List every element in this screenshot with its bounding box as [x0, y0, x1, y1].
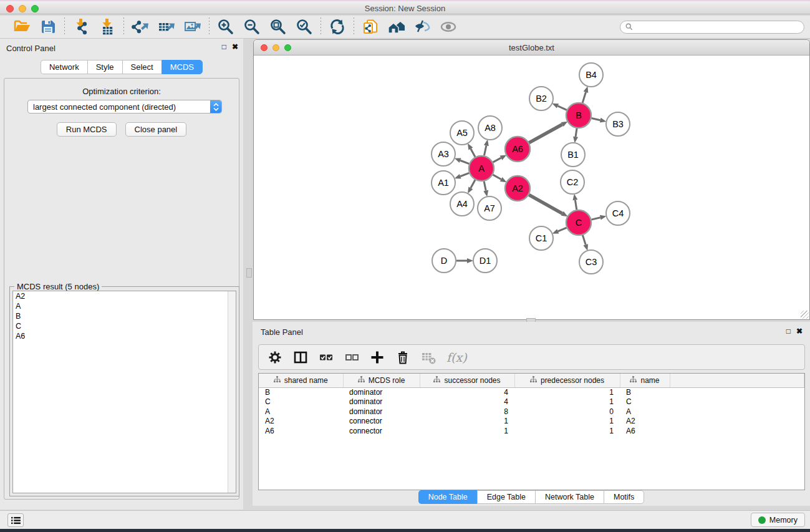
edge-A-A5[interactable] — [471, 148, 475, 157]
task-history-button[interactable] — [7, 513, 24, 527]
node-A7[interactable]: A7 — [478, 196, 501, 220]
select-all-icon[interactable] — [319, 349, 334, 365]
edge-A-A6[interactable] — [493, 158, 501, 162]
import-table-icon[interactable] — [98, 17, 117, 36]
edge-C-C2[interactable] — [575, 200, 576, 210]
float-table-panel-icon[interactable]: □ — [786, 327, 791, 335]
node-A8[interactable]: A8 — [478, 116, 502, 140]
node-B1[interactable]: B1 — [561, 143, 585, 167]
node-B[interactable]: B — [566, 103, 591, 128]
import-network-icon[interactable] — [72, 17, 90, 36]
export-network-icon[interactable] — [131, 17, 150, 36]
mcds-result-item[interactable]: A2 — [13, 291, 236, 301]
edge-B-B3[interactable] — [591, 118, 600, 120]
edge-C-C1[interactable] — [558, 228, 567, 231]
table-tab-motifs[interactable]: Motifs — [604, 490, 644, 504]
tab-mcds[interactable]: MCDS — [162, 60, 203, 74]
export-image-icon[interactable] — [183, 17, 202, 36]
edge-C-C3[interactable] — [582, 235, 586, 244]
tab-select[interactable]: Select — [122, 60, 162, 74]
mcds-result-item[interactable]: A6 — [13, 331, 236, 341]
edge-A-A8[interactable] — [484, 145, 486, 155]
edge-C-C4[interactable] — [591, 218, 600, 220]
columns-icon[interactable] — [293, 349, 308, 365]
edge-A-A1[interactable] — [460, 173, 469, 176]
float-panel-icon[interactable]: □ — [222, 43, 226, 51]
edge-B-B2[interactable] — [557, 106, 566, 110]
vertical-splitter-grip[interactable] — [246, 268, 252, 278]
first-neighbors-icon[interactable] — [387, 17, 406, 36]
scrollbar-track[interactable] — [228, 291, 236, 493]
mcds-result-list[interactable]: A2ABCA6 — [12, 291, 236, 493]
column-header-shared-name[interactable]: shared name — [259, 374, 343, 387]
node-A6[interactable]: A6 — [505, 137, 530, 162]
table-tab-network-table[interactable]: Network Table — [535, 490, 604, 504]
node-A3[interactable]: A3 — [432, 142, 455, 166]
close-table-panel-icon[interactable]: ✖ — [796, 327, 803, 335]
tab-network[interactable]: Network — [41, 60, 87, 74]
node-D1[interactable]: D1 — [473, 249, 497, 273]
refresh-icon[interactable] — [328, 17, 347, 36]
node-B3[interactable]: B3 — [606, 112, 630, 136]
edge-A6-B[interactable] — [529, 124, 562, 142]
column-header-successor-nodes[interactable]: successor nodes — [420, 374, 514, 387]
node-C3[interactable]: C3 — [579, 250, 603, 274]
table-row[interactable]: A6connector11A6 — [259, 426, 804, 436]
table-row[interactable]: Bdominator41B — [259, 387, 804, 397]
zoom-fit-icon[interactable] — [269, 17, 287, 36]
node-C4[interactable]: C4 — [606, 201, 630, 225]
table-tab-node-table[interactable]: Node Table — [418, 490, 477, 504]
search-input[interactable] — [636, 22, 799, 31]
zoom-out-icon[interactable] — [243, 17, 261, 36]
column-header-name[interactable]: name — [620, 374, 670, 387]
close-panel-button[interactable]: Close panel — [125, 122, 187, 137]
edge-A-A7[interactable] — [484, 181, 486, 191]
node-A[interactable]: A — [469, 156, 494, 181]
edge-B-B1[interactable] — [576, 128, 577, 137]
edge-B-B4[interactable] — [582, 92, 586, 103]
node-B4[interactable]: B4 — [579, 63, 603, 87]
edge-A2-C[interactable] — [529, 195, 562, 213]
zoom-selected-icon[interactable] — [295, 17, 314, 36]
run-mcds-button[interactable]: Run MCDS — [57, 122, 117, 137]
export-table-icon[interactable] — [157, 17, 176, 36]
delete-row-icon[interactable] — [395, 349, 410, 365]
memory-button[interactable]: Memory — [751, 513, 805, 527]
table-row[interactable]: A2connector11A2 — [259, 417, 804, 427]
node-B2[interactable]: B2 — [529, 87, 553, 110]
column-header-MCDS-role[interactable]: MCDS role — [343, 374, 420, 387]
zoom-in-icon[interactable] — [216, 17, 235, 36]
network-canvas[interactable]: B4 B2 B B3 A8 A5 A6 A3 B1 A C2 A1 A2 — [254, 56, 809, 319]
copy-network-icon[interactable] — [361, 17, 380, 36]
node-C1[interactable]: C1 — [529, 226, 553, 250]
node-A1[interactable]: A1 — [432, 171, 455, 195]
delete-table-icon[interactable] — [421, 349, 436, 365]
edge-A-A2[interactable] — [493, 175, 501, 179]
open-file-icon[interactable] — [12, 17, 31, 36]
node-A5[interactable]: A5 — [450, 121, 474, 145]
table-row[interactable]: Cdominator41C — [259, 397, 804, 407]
mcds-result-item[interactable]: A — [13, 301, 236, 311]
tab-style[interactable]: Style — [87, 60, 122, 74]
table-row[interactable]: Adominator80A — [259, 407, 804, 417]
unselect-all-icon[interactable] — [344, 349, 359, 365]
search-box[interactable] — [620, 21, 804, 34]
mcds-result-item[interactable]: C — [13, 321, 236, 331]
add-row-icon[interactable] — [370, 349, 385, 365]
table-tab-edge-table[interactable]: Edge Table — [477, 490, 535, 504]
show-all-icon[interactable] — [440, 17, 458, 36]
close-panel-icon[interactable]: ✖ — [232, 43, 238, 51]
node-D[interactable]: D — [432, 249, 456, 273]
function-builder-icon[interactable]: f(x) — [446, 349, 467, 365]
hide-selected-icon[interactable] — [413, 17, 432, 36]
network-window-titlebar[interactable]: testGlobe.txt — [254, 40, 809, 56]
edge-A-A4[interactable] — [471, 180, 475, 188]
column-header-predecessor-nodes[interactable]: predecessor nodes — [514, 374, 620, 387]
gear-icon[interactable] — [268, 349, 282, 365]
edge-A-A3[interactable] — [460, 160, 469, 163]
node-A2[interactable]: A2 — [505, 176, 530, 201]
resize-grip-icon[interactable] — [801, 311, 809, 319]
node-A4[interactable]: A4 — [450, 192, 474, 216]
mcds-result-item[interactable]: B — [13, 311, 236, 321]
criterion-dropdown[interactable]: largest connected component (directed) — [27, 100, 222, 114]
